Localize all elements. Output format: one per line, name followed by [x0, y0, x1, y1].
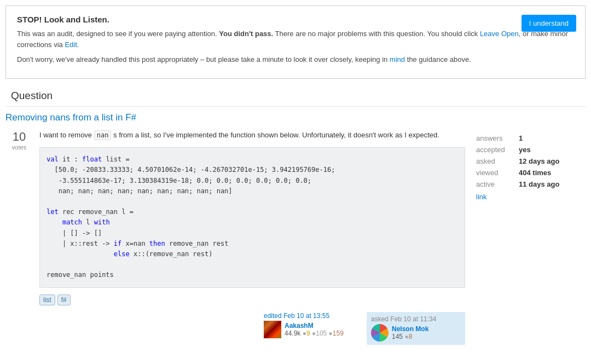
edited-dot3: ●	[329, 330, 333, 337]
code-block: val it : float list = [50.0; -20833.3333…	[39, 147, 465, 287]
stat-viewed: viewed 404 times	[476, 169, 586, 177]
tag-list[interactable]: list	[39, 294, 55, 305]
question-inline-code: nan	[94, 130, 112, 140]
banner-text-middle1: There are no major problems with this qu…	[273, 30, 480, 38]
banner-mind-link[interactable]: mind	[390, 55, 405, 63]
edited-user-card: edited Feb 10 at 13:55 AakashM 44.9k ●9	[264, 312, 362, 345]
edited-label: edited Feb 10 at 13:55	[264, 312, 344, 320]
answers-value: 1	[519, 134, 523, 142]
active-label: active	[476, 180, 514, 188]
accepted-value: yes	[519, 146, 531, 154]
edited-info-block: edited Feb 10 at 13:55 AakashM 44.9k ●9	[264, 312, 344, 338]
question-text: I want to remove nan s from a list, so I…	[39, 130, 465, 141]
asked-user-name[interactable]: Nelson Mok	[392, 325, 428, 333]
asked-user-details: Nelson Mok 145 ●8	[392, 325, 428, 340]
tags-area: list f#	[39, 294, 465, 305]
banner-title: STOP! Look and Listen.	[17, 15, 574, 24]
audit-banner: STOP! Look and Listen. This was an audit…	[5, 5, 586, 79]
asked-stat-label: asked	[476, 157, 514, 165]
asked-rep-value: 145	[392, 333, 403, 340]
question-text-after: s from a list, so I've implemented the f…	[111, 131, 439, 139]
question-title[interactable]: Removing nans from a list in F#	[5, 112, 465, 123]
accepted-label: accepted	[476, 146, 514, 154]
banner-paragraph1: This was an audit, designed to see if yo…	[17, 28, 574, 50]
asked-user-row: Nelson Mok 145 ●8	[371, 324, 436, 342]
user-cards: edited Feb 10 at 13:55 AakashM 44.9k ●9	[39, 312, 465, 345]
asked-stat-value: 12 days ago	[519, 157, 559, 165]
question-container: Removing nans from a list in F# 10 votes…	[0, 112, 591, 345]
asked-label-text: asked Feb 10 at 11:34	[371, 315, 436, 323]
banner-text-end: .	[77, 41, 79, 49]
question-main: Removing nans from a list in F# 10 votes…	[5, 112, 476, 345]
sidebar-stats: answers 1 accepted yes asked 12 days ago…	[476, 112, 586, 345]
section-title: Question	[5, 84, 586, 107]
edited-badge-silver: 105	[316, 330, 327, 337]
banner-text-before: This was an audit, designed to see if yo…	[17, 30, 219, 38]
banner-text-p2-before: Don't worry, we've already handled this …	[17, 55, 390, 63]
edited-link[interactable]: edited Feb 10 at 13:55	[264, 312, 329, 320]
edited-user-row: AakashM 44.9k ●9 ●105 ●159	[264, 321, 344, 338]
answers-label: answers	[476, 134, 514, 142]
asked-user-card: asked Feb 10 at 11:34 Nelson Mok 145 ●8	[367, 312, 465, 345]
stat-asked: asked 12 days ago	[476, 157, 586, 165]
asked-user-rep: 145 ●8	[392, 333, 428, 340]
edited-badge-bronze: 159	[333, 330, 344, 337]
tag-fsharp[interactable]: f#	[57, 294, 71, 305]
asked-user-avatar	[371, 324, 389, 342]
edited-dot1: ●	[303, 330, 306, 337]
question-content: I want to remove nan s from a list, so I…	[39, 130, 465, 345]
asked-info-block: asked Feb 10 at 11:34 Nelson Mok 145 ●8	[371, 315, 436, 342]
viewed-label: viewed	[476, 169, 514, 177]
edited-badge-gold: 9	[306, 330, 310, 337]
stat-accepted: accepted yes	[476, 146, 586, 154]
active-value: 11 days ago	[519, 180, 559, 188]
stat-answers: answers 1	[476, 134, 586, 142]
sidebar-link-item: link	[476, 193, 586, 201]
question-body-area: 10 votes I want to remove nan s from a l…	[5, 130, 465, 345]
edited-user-name[interactable]: AakashM	[285, 322, 344, 330]
banner-bold-text: You didn't pass.	[219, 30, 273, 38]
vote-count: 10	[13, 130, 26, 144]
edited-user-avatar	[264, 321, 281, 338]
banner-paragraph2: Don't worry, we've already handled this …	[17, 54, 574, 65]
viewed-value: 404 times	[519, 169, 551, 177]
stat-active: active 11 days ago	[476, 180, 586, 188]
edited-user-rep: 44.9k ●9 ●105 ●159	[285, 330, 344, 337]
vote-label: votes	[12, 144, 26, 151]
sidebar-link[interactable]: link	[476, 193, 487, 201]
leave-open-link[interactable]: Leave Open	[480, 30, 519, 38]
edited-user-details: AakashM 44.9k ●9 ●105 ●159	[285, 322, 344, 337]
question-text-before: I want to remove	[39, 131, 94, 139]
asked-dot1: ●	[404, 333, 408, 340]
asked-badge-bronze: 8	[409, 333, 413, 340]
banner-text-p2-after: the guidance above.	[405, 55, 471, 63]
understand-button[interactable]: I understand	[522, 15, 576, 32]
edit-link[interactable]: Edit	[65, 41, 77, 49]
asked-label: asked Feb 10 at 11:34	[371, 315, 436, 323]
vote-area: 10 votes	[5, 130, 33, 345]
edited-rep-value: 44.9k	[285, 330, 300, 337]
